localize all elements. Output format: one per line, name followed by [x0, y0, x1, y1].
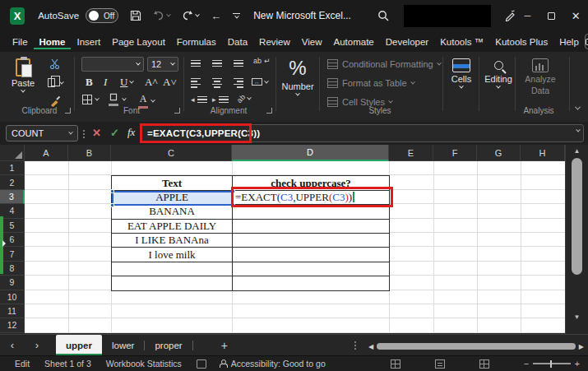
cell-C9[interactable]: [112, 276, 233, 290]
cell-C8[interactable]: [112, 262, 233, 276]
row-header-8[interactable]: 8: [0, 262, 25, 276]
alignment-dialog-launcher-icon[interactable]: [266, 108, 272, 114]
sheet-cells-area[interactable]: Text check uppercase? APPLE =EXACT(C3,UP…: [25, 161, 565, 333]
editing-button[interactable]: Editing: [484, 58, 513, 89]
scroll-up-icon[interactable]: ▲: [574, 145, 581, 156]
sheet-tab-lower[interactable]: lower: [102, 335, 144, 356]
increase-indent-button[interactable]: ▸: [212, 95, 229, 104]
tab-data[interactable]: Data: [222, 34, 253, 50]
tab-view[interactable]: View: [296, 34, 328, 50]
orientation-button[interactable]: ab: [237, 95, 251, 103]
maximize-button[interactable]: [539, 0, 563, 31]
row-header-11[interactable]: 11: [0, 304, 25, 318]
cells-button[interactable]: Cells: [447, 58, 475, 89]
format-as-table-button[interactable]: Format as Table: [327, 78, 414, 88]
collapse-ribbon-icon[interactable]: [575, 104, 581, 110]
page-layout-view-icon[interactable]: [435, 359, 445, 369]
borders-button[interactable]: [82, 95, 99, 104]
workbook-statistics[interactable]: Workbook Statistics: [106, 359, 182, 369]
scroll-down-icon[interactable]: ▼: [574, 311, 581, 322]
row-header-4[interactable]: 4: [0, 204, 25, 218]
cancel-entry-icon[interactable]: ✕: [92, 127, 101, 139]
tab-kutools[interactable]: Kutools ™: [434, 34, 489, 50]
decrease-indent-button[interactable]: ◂: [191, 95, 207, 104]
underline-dropdown-icon[interactable]: [129, 79, 134, 84]
copy-button[interactable]: [48, 78, 63, 87]
fill-color-button[interactable]: [109, 93, 126, 106]
cell-C2[interactable]: Text: [112, 176, 233, 190]
row-header-7[interactable]: 7: [0, 247, 25, 261]
horizontal-scrollbar[interactable]: ◀ ▶: [368, 342, 584, 350]
cell-D9[interactable]: [233, 276, 390, 290]
sheet-tab-upper[interactable]: upper: [56, 335, 102, 356]
cell-D5[interactable]: [233, 220, 390, 234]
align-bottom-button[interactable]: [234, 58, 243, 68]
zoom-in-icon[interactable]: +: [575, 359, 580, 369]
pen-mode-icon[interactable]: [504, 10, 516, 21]
prev-sheet-icon[interactable]: ‹: [0, 339, 25, 351]
scroll-left-icon[interactable]: ◀: [368, 343, 373, 350]
save-icon[interactable]: [130, 10, 141, 21]
decrease-font-button[interactable]: A˅: [163, 76, 177, 89]
italic-button[interactable]: I: [104, 76, 107, 89]
select-all-corner[interactable]: [0, 145, 25, 161]
row-header-2[interactable]: 2: [0, 175, 25, 189]
zoom-out-icon[interactable]: −: [524, 359, 529, 369]
scroll-right-icon[interactable]: ▶: [579, 343, 584, 350]
next-sheet-icon[interactable]: ›: [25, 339, 49, 351]
tab-review[interactable]: Review: [253, 34, 296, 50]
vertical-scrollbar[interactable]: ▲ ▼: [565, 145, 588, 334]
bold-button[interactable]: B: [86, 76, 93, 89]
cut-button[interactable]: [49, 58, 60, 69]
search-icon[interactable]: [377, 10, 389, 21]
col-header-B[interactable]: B: [68, 145, 111, 161]
redo-icon[interactable]: [182, 11, 199, 21]
tab-formulas[interactable]: Formulas: [171, 34, 222, 50]
tab-automate[interactable]: Automate: [328, 34, 380, 50]
clipboard-dialog-launcher-icon[interactable]: [65, 108, 71, 114]
formula-bar-handle[interactable]: [83, 128, 85, 140]
font-dialog-launcher-icon[interactable]: [174, 108, 180, 114]
row-header-1[interactable]: 1: [0, 161, 25, 175]
undo-dropdown-icon[interactable]: [166, 12, 171, 17]
align-middle-button[interactable]: [212, 58, 222, 68]
display-settings-icon[interactable]: [197, 359, 206, 369]
new-sheet-button[interactable]: +: [221, 339, 228, 352]
col-header-H[interactable]: H: [521, 145, 565, 161]
cell-D3-formula[interactable]: =EXACT(C3,UPPER(C3)): [233, 191, 390, 205]
col-header-A[interactable]: A: [25, 145, 68, 161]
page-break-view-icon[interactable]: [479, 359, 489, 369]
accessibility-status[interactable]: Accessibility: Good to go: [231, 359, 326, 369]
tab-kutools-plus[interactable]: Kutools Plus: [489, 34, 553, 50]
undo-icon[interactable]: [153, 11, 170, 21]
minimize-button[interactable]: ─: [516, 0, 539, 31]
paste-button[interactable]: Paste: [12, 58, 35, 93]
row-header-12[interactable]: 12: [0, 318, 25, 332]
tab-insert[interactable]: Insert: [71, 34, 106, 50]
horizontal-scroll-thumb[interactable]: [377, 343, 576, 350]
cell-C4[interactable]: BANANA: [112, 205, 233, 219]
row-header-3[interactable]: 3: [0, 190, 25, 204]
cell-C6[interactable]: I LIKE BANAna: [112, 234, 233, 248]
merge-center-button[interactable]: ↔: [252, 78, 268, 86]
tab-page-layout[interactable]: Page Layout: [106, 34, 171, 50]
cell-D7[interactable]: [233, 248, 390, 262]
increase-font-button[interactable]: A^: [145, 76, 158, 89]
vertical-scroll-thumb[interactable]: [572, 158, 582, 275]
redo-dropdown-icon[interactable]: [195, 12, 200, 17]
tab-file[interactable]: File: [7, 34, 34, 50]
name-box[interactable]: COUNT: [6, 125, 78, 141]
row-header-9[interactable]: 9: [0, 276, 25, 290]
col-header-D[interactable]: D: [232, 145, 389, 161]
col-header-F[interactable]: F: [433, 145, 477, 161]
conditional-formatting-button[interactable]: Conditional Formatting: [327, 59, 441, 69]
cell-D4[interactable]: [233, 205, 390, 219]
align-left-button[interactable]: [191, 77, 201, 90]
cell-D2[interactable]: check uppercase?: [233, 176, 390, 190]
analyze-data-button[interactable]: Analyze Data: [521, 58, 559, 95]
autosave-toggle[interactable]: Off: [86, 8, 118, 23]
close-button[interactable]: ✕: [564, 0, 588, 31]
sheet-tab-proper[interactable]: proper: [145, 335, 192, 356]
normal-view-icon[interactable]: [391, 359, 400, 369]
zoom-slider-thumb[interactable]: [550, 360, 552, 368]
